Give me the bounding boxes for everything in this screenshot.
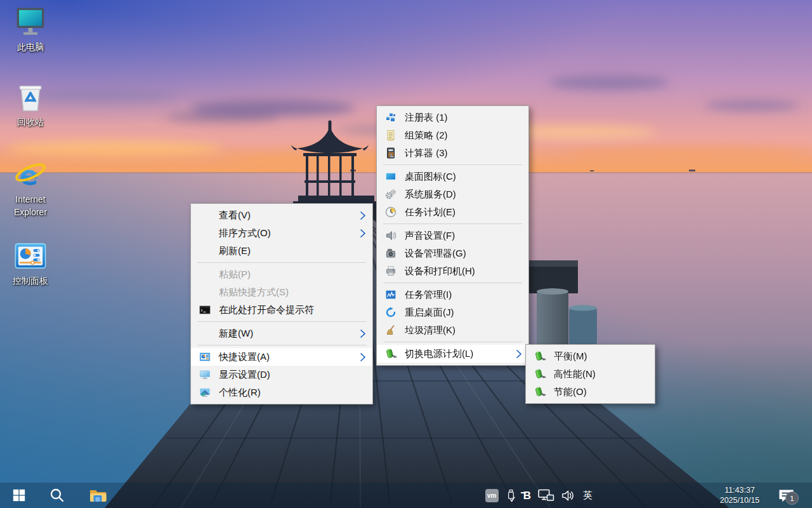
menu-item-new[interactable]: 新建(W) [191,324,372,342]
menu-item-sound-settings[interactable]: 声音设置(F) [377,227,528,244]
cleanup-icon [384,324,397,337]
menu-item-label: 刷新(E) [219,245,366,257]
folder-icon [89,488,107,503]
start-button[interactable] [5,483,33,508]
menu-item-switch-power-plan[interactable]: 切换电源计划(L) [377,345,528,363]
menu-item-label: 节能(O) [554,386,648,398]
restart-icon [384,306,397,319]
desktop-icon-recycle-bin[interactable]: 回收站 [0,80,61,129]
file-explorer-button[interactable] [84,483,112,508]
menu-separator [197,345,366,345]
menu-item-label: 平衡(M) [554,351,648,363]
desktop-icons-icon [384,170,397,183]
menu-item-label: 重启桌面(J) [405,307,522,319]
menu-separator [383,164,522,165]
input-method-b-tray-icon[interactable]: B [523,490,531,501]
submenu-arrow-icon [360,211,366,220]
menu-item-paste[interactable]: 粘贴(P) [191,265,372,283]
power-plan-submenu: 平衡(M)高性能(N)节能(O) [525,344,655,404]
menu-item-restart-desktop[interactable]: 重启桌面(J) [377,304,528,321]
internet-explorer-icon: e [13,157,48,192]
menu-separator [197,262,366,263]
taskbar: vmB英 11:43:37 2025/10/15 1 [0,483,812,508]
windows-logo-icon [12,488,26,502]
group-policy-icon [384,129,397,142]
menu-item-power-saver[interactable]: 节能(O) [526,383,655,401]
menu-item-label: 快捷设置(A) [219,351,355,363]
menu-separator [197,321,366,322]
menu-item-junk-cleanup[interactable]: 垃圾清理(K) [377,321,528,339]
search-icon [49,488,65,503]
desktop-context-menu: 查看(V)排序方式(O)刷新(E)粘贴(P)粘贴快捷方式(S)在此处打开命令提示… [190,203,373,404]
menu-item-quick-settings[interactable]: 快捷设置(A) [191,348,372,366]
system-tray: vmB英 [485,483,593,508]
menu-item-label: 桌面图标(C) [405,171,522,183]
menu-item-sort-by[interactable]: 排序方式(O) [191,224,372,242]
menu-item-label: 注册表 (1) [405,112,522,124]
search-button[interactable] [43,483,71,508]
vmware-tray-icon[interactable]: vm [485,489,499,502]
desktop-icon-label: 回收站 [0,116,61,129]
desktop-icon-label: Internet Explorer [0,194,61,218]
menu-separator [383,342,522,342]
menu-item-display-settings[interactable]: 显示设置(D) [191,366,372,384]
menu-item-device-manager[interactable]: 设备管理器(G) [377,244,528,262]
printer-icon [384,265,397,277]
menu-item-system-services[interactable]: 系统服务(D) [377,185,528,203]
menu-item-devices-and-printers[interactable]: 设备和打印机(H) [377,262,528,280]
menu-item-label: 高性能(N) [554,368,648,380]
network-tray-icon[interactable] [538,489,554,502]
icon-spacer [199,327,211,340]
menu-item-label: 粘贴(P) [219,269,366,281]
menu-item-view[interactable]: 查看(V) [191,206,372,224]
desktop-icon-control-panel[interactable]: 控制面板 [0,239,61,288]
device-manager-icon [384,247,397,260]
power-plan-icon [534,385,546,398]
submenu-arrow-icon [360,229,366,238]
quick-settings-icon [199,351,211,363]
menu-item-label: 任务管理(I) [405,289,522,301]
menu-item-paste-shortcut[interactable]: 粘贴快捷方式(S) [191,283,372,301]
calculator-icon [384,147,397,159]
menu-item-calculator[interactable]: 计算器 (3) [377,144,528,162]
menu-item-label: 个性化(R) [219,387,366,399]
volume-tray-icon[interactable] [561,489,576,502]
menu-item-desktop-icons[interactable]: 桌面图标(C) [377,168,528,185]
menu-item-label: 组策略 (2) [405,130,522,142]
menu-item-label: 在此处打开命令提示符 [219,304,366,316]
action-center-button[interactable]: 1 [775,483,808,508]
menu-item-open-command-prompt-here[interactable]: 在此处打开命令提示符 [191,301,372,319]
clock-date: 2025/10/15 [708,495,771,505]
icon-spacer [199,268,211,281]
menu-item-task-scheduler[interactable]: 任务计划(E) [377,203,528,221]
desktop-icon-this-pc[interactable]: 此电脑 [0,5,61,54]
icon-spacer [199,244,211,257]
usb-safely-remove-tray-icon[interactable] [506,488,516,503]
menu-item-label: 计算器 (3) [405,147,522,159]
menu-item-task-manager[interactable]: 任务管理(I) [377,286,528,304]
desktop-icon-internet-explorer[interactable]: eInternet Explorer [0,157,61,218]
desktop-icon-label: 控制面板 [0,275,61,288]
cmd-icon [199,304,211,316]
power-plan-icon [384,347,397,360]
menu-item-group-policy[interactable]: 组策略 (2) [377,126,528,144]
menu-item-label: 粘贴快捷方式(S) [219,286,366,298]
menu-item-balanced[interactable]: 平衡(M) [526,347,655,365]
clock-time: 11:43:37 [708,485,771,495]
menu-separator [383,224,522,224]
sound-icon [384,229,397,242]
menu-item-label: 排序方式(O) [219,227,355,239]
menu-separator [383,283,522,283]
menu-item-label: 显示设置(D) [219,369,366,381]
menu-item-label: 设备和打印机(H) [405,265,522,277]
recycle-bin-icon [13,80,48,114]
taskbar-clock[interactable]: 11:43:37 2025/10/15 [708,485,771,505]
quick-settings-submenu: 注册表 (1)组策略 (2)计算器 (3)桌面图标(C)系统服务(D)任务计划(… [376,105,529,366]
ime-language-tray-icon[interactable]: 英 [583,490,593,502]
icon-spacer [199,227,211,239]
menu-item-high-performance[interactable]: 高性能(N) [526,365,655,383]
menu-item-refresh[interactable]: 刷新(E) [191,242,372,260]
desktop-screen: { "desktop": { "icons": [ { "id": "this-… [0,0,812,508]
menu-item-personalization[interactable]: 个性化(R) [191,384,372,401]
menu-item-registry[interactable]: 注册表 (1) [377,109,528,126]
